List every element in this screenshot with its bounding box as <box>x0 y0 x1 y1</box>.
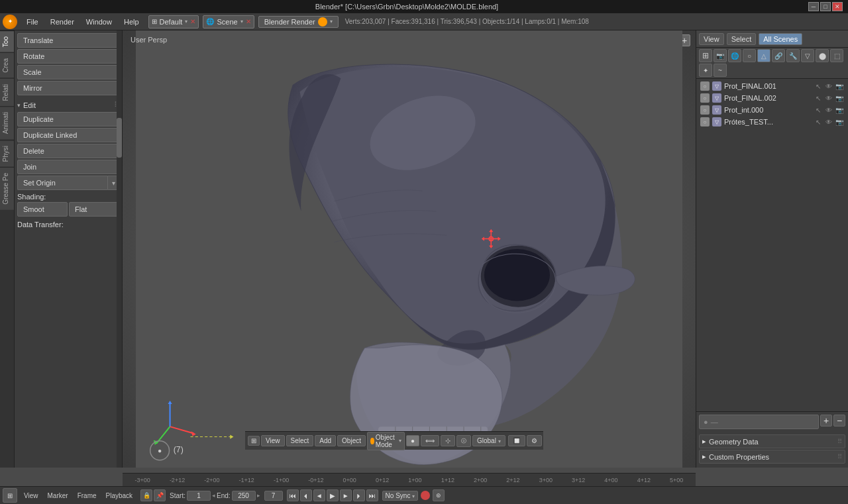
next-frame-button[interactable]: ⏵ <box>353 489 365 501</box>
view-menu[interactable]: View <box>261 435 285 446</box>
eye-icon-4[interactable]: 👁 <box>824 117 833 126</box>
close-button[interactable]: ✕ <box>832 2 843 11</box>
modifiers-icon[interactable]: 🔧 <box>786 49 800 62</box>
render-icon[interactable]: 📷 <box>714 49 727 62</box>
object-item-3[interactable]: ○ ▽ Prot_int.000 ↖ 👁 📷 <box>698 104 847 116</box>
data-icon[interactable]: ▽ <box>801 49 814 62</box>
restrict-icon-4[interactable]: ↖ <box>814 117 823 126</box>
world-icon[interactable]: ○ <box>743 49 756 62</box>
camera-icon-2[interactable]: 📷 <box>835 93 844 103</box>
transform-tools[interactable]: ⟺ <box>421 435 439 446</box>
record-button[interactable] <box>421 491 430 500</box>
scene-icon[interactable]: 🌐 <box>728 49 741 62</box>
sync-dropdown[interactable]: No Sync ▾ <box>382 491 419 501</box>
maximize-button[interactable]: □ <box>820 2 831 11</box>
extra-playback-btn[interactable]: ⊚ <box>433 489 445 501</box>
jump-end-button[interactable]: ⏭ <box>366 489 378 501</box>
duplicate-button[interactable]: Duplicate <box>17 112 119 126</box>
texture-icon[interactable]: ⬚ <box>830 49 843 62</box>
start-frame-input[interactable] <box>187 491 211 501</box>
skull-scene[interactable]: User Persp + <box>123 30 696 468</box>
scale-button[interactable]: Scale <box>17 65 119 79</box>
select-menu[interactable]: Select <box>286 435 314 446</box>
custom-properties-header[interactable]: ▸ Custom Properties ⠿ <box>699 450 845 464</box>
flat-button[interactable]: Flat <box>69 202 119 217</box>
duplicate-linked-button[interactable]: Duplicate Linked <box>17 128 119 142</box>
tab-tools[interactable]: Too <box>0 30 14 52</box>
tab-physics[interactable]: Physi <box>0 140 14 167</box>
left-scrollbar-thumb[interactable] <box>117 118 122 158</box>
minimize-button[interactable]: ─ <box>808 2 819 11</box>
pin-button[interactable]: 📌 <box>154 489 166 501</box>
object-item-1[interactable]: ○ ▽ Prot_FINAL.001 ↖ 👁 📷 <box>698 80 847 92</box>
end-frame-input[interactable] <box>232 491 256 501</box>
smooth-button[interactable]: Smoot <box>17 202 68 217</box>
object-item-4[interactable]: ○ ▽ Prótes_TEST... ↖ 👁 📷 <box>698 116 847 128</box>
physics-icon[interactable]: ~ <box>714 64 727 77</box>
object-icon[interactable]: △ <box>757 49 770 62</box>
menu-window[interactable]: Window <box>81 17 117 27</box>
camera-icon-3[interactable]: 📷 <box>835 105 844 115</box>
eye-icon-1[interactable]: 👁 <box>824 81 833 91</box>
tab-relations[interactable]: Relati <box>0 78 14 107</box>
add-property-button[interactable]: + <box>820 415 832 427</box>
properties-icon[interactable]: ⊞ <box>699 49 712 62</box>
scene-dropdown[interactable]: 🌐 Scene ▾ ✕ <box>203 15 254 28</box>
current-frame-input[interactable] <box>264 491 283 501</box>
layout-dropdown[interactable]: ⊞ Default ▾ ✕ <box>148 15 199 28</box>
all-scenes-btn[interactable]: All Scenes <box>759 33 802 45</box>
remove-property-button[interactable]: − <box>833 415 845 427</box>
start-left-arrow[interactable]: ◂ <box>212 492 215 499</box>
prev-frame-button[interactable]: ⏴ <box>300 489 312 501</box>
tab-grease-pencil[interactable]: Grease Pe <box>0 167 14 210</box>
timeline-frame[interactable]: Frame <box>74 491 101 501</box>
translate-button[interactable]: Translate <box>17 33 119 48</box>
snap-tools[interactable]: ⊹ <box>441 435 455 446</box>
rotate-button[interactable]: Rotate <box>17 49 119 64</box>
camera-icon-4[interactable]: 📷 <box>835 117 844 126</box>
object-item-2[interactable]: ○ ▽ Prot_FINAL.002 ↖ 👁 📷 <box>698 92 847 104</box>
join-button[interactable]: Join <box>17 160 119 174</box>
eye-icon-3[interactable]: 👁 <box>824 105 833 115</box>
timeline-playback[interactable]: Playback <box>102 491 137 501</box>
mode-select[interactable]: Object Mode ▾ <box>367 432 405 450</box>
menu-help[interactable]: Help <box>119 17 144 27</box>
render-engine-dropdown[interactable]: Blender Render ▾ <box>258 16 339 28</box>
view-mode-solid[interactable]: ● <box>406 435 419 446</box>
restrict-icon-2[interactable]: ↖ <box>814 93 823 103</box>
tab-create[interactable]: Crea <box>0 52 14 78</box>
tab-animation[interactable]: Animati <box>0 106 14 139</box>
prev-keyframe-button[interactable]: ◄ <box>313 489 325 501</box>
delete-button[interactable]: Delete <box>17 144 119 158</box>
eye-icon-2[interactable]: 👁 <box>824 93 833 103</box>
menu-file[interactable]: File <box>21 17 44 27</box>
end-right-arrow[interactable]: ▸ <box>257 492 260 499</box>
play-button[interactable]: ▶ <box>327 489 339 501</box>
viewport[interactable]: User Persp + <box>123 30 696 468</box>
restrict-icon-3[interactable]: ↖ <box>814 105 823 115</box>
menu-render[interactable]: Render <box>45 17 80 27</box>
mirror-button[interactable]: Mirror <box>17 81 119 95</box>
lock-button[interactable]: 🔒 <box>140 489 152 501</box>
left-scrollbar[interactable] <box>117 30 122 468</box>
view-btn[interactable]: View <box>699 33 724 45</box>
more-options[interactable]: ⚙ <box>527 435 542 446</box>
material-icon[interactable]: ⬤ <box>816 49 829 62</box>
next-keyframe-button[interactable]: ► <box>340 489 352 501</box>
properties-search[interactable]: ● — <box>699 415 819 429</box>
proportional-edit[interactable]: ⦾ <box>456 435 471 447</box>
constraints-icon[interactable]: 🔗 <box>772 49 785 62</box>
jump-start-button[interactable]: ⏮ <box>287 489 299 501</box>
timeline-view[interactable]: View <box>20 491 42 501</box>
render-buttons[interactable]: 🔲 <box>508 435 525 446</box>
particles-icon[interactable]: ✦ <box>699 64 712 77</box>
set-origin-button[interactable]: Set Origin <box>17 176 107 190</box>
global-select[interactable]: Global ▾ <box>472 435 505 446</box>
camera-icon-1[interactable]: 📷 <box>835 81 844 91</box>
timeline-marker[interactable]: Marker <box>44 491 72 501</box>
add-menu[interactable]: Add <box>315 435 336 446</box>
object-menu[interactable]: Object <box>337 435 366 446</box>
geometry-data-header[interactable]: ▸ Geometry Data ⠿ <box>699 434 845 448</box>
restrict-icon-1[interactable]: ↖ <box>814 81 823 91</box>
select-btn[interactable]: Select <box>727 33 757 45</box>
